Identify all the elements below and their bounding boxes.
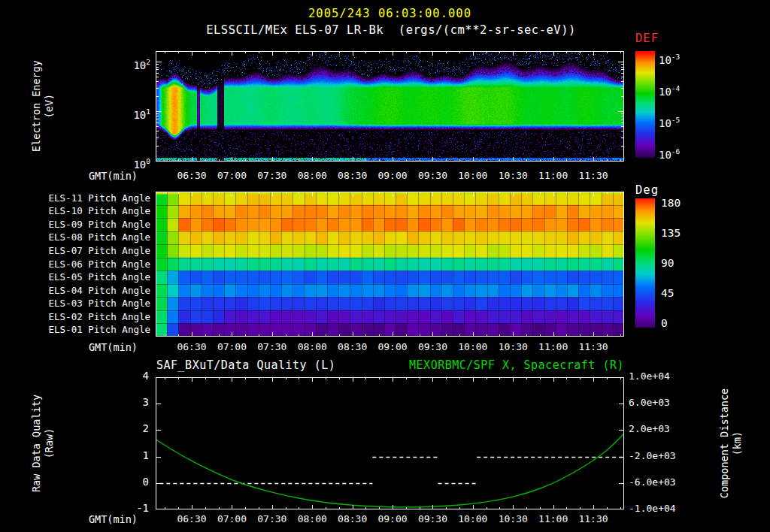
def-colorbar-title: DEF bbox=[635, 32, 659, 45]
x-tick-label: 10:00 bbox=[450, 170, 496, 181]
x-tick-label: 10:00 bbox=[450, 341, 496, 352]
def-tick-1e-3: 10-3 bbox=[659, 50, 698, 67]
def-colorbar bbox=[635, 51, 655, 158]
x-tick-label: 06:30 bbox=[169, 170, 214, 181]
component-distance-axis-label: Component Distance (km) bbox=[717, 361, 744, 526]
pitch-row-label: ELS-02 Pitch Angle bbox=[43, 311, 150, 322]
deg-colorbar-tick-label: 180 bbox=[661, 198, 691, 209]
pitch-row-label: ELS-07 Pitch Angle bbox=[43, 245, 150, 256]
gmt-axis-label-2: GMT(min) bbox=[64, 341, 138, 353]
spectrogram-page: 2005/243 06:03:00.000 ELSSCIL/MEx ELS-07… bbox=[0, 0, 770, 532]
distance-axis-tick-label: 1.0e+04 bbox=[629, 370, 686, 382]
x-tick-label: 06:30 bbox=[169, 341, 214, 352]
def-tick-1e-5: 10-5 bbox=[659, 113, 698, 130]
quality-series-title: SAF_BXuT/Data Quality (L) bbox=[156, 358, 335, 372]
electron-energy-axis-label: Electron Energy (eV) bbox=[29, 23, 56, 189]
plot-title: ELSSCIL/MEx ELS-07 LR-Bk (ergs/(cm**2-sr… bbox=[143, 23, 639, 37]
component-distance-axis-label-line2: (km) bbox=[731, 361, 744, 526]
quality-axis-tick-label: 3 bbox=[117, 397, 149, 408]
x-tick-label: 11:30 bbox=[571, 341, 616, 352]
x-tick-label: 09:00 bbox=[370, 513, 415, 524]
x-tick-label: 08:30 bbox=[330, 513, 375, 524]
pitch-row-label: ELS-10 Pitch Angle bbox=[43, 205, 150, 216]
x-tick-label: 10:30 bbox=[490, 341, 535, 352]
electron-energy-axis-label-line2: (eV) bbox=[43, 23, 56, 189]
x-tick-label: 07:30 bbox=[250, 341, 295, 352]
x-tick-label: 07:30 bbox=[250, 513, 295, 524]
gmt-axis-label-1: GMT(min) bbox=[64, 170, 138, 182]
x-tick-label: 11:00 bbox=[531, 341, 576, 352]
x-tick-label: 11:00 bbox=[531, 170, 576, 181]
x-tick-label: 08:30 bbox=[330, 341, 375, 352]
x-tick-label: 08:00 bbox=[290, 513, 335, 524]
raw-quality-axis-label: Raw Data Quality (Raw) bbox=[29, 361, 56, 526]
deg-colorbar-title: Deg bbox=[635, 183, 659, 197]
x-tick-label: 08:00 bbox=[290, 170, 335, 181]
gmt-axis-label-3: GMT(min) bbox=[64, 513, 138, 525]
deg-colorbar bbox=[635, 198, 655, 328]
energy-tick-1: 100 bbox=[111, 155, 150, 171]
pitch-angle-heatmap bbox=[156, 192, 624, 337]
x-tick-label: 07:30 bbox=[250, 170, 295, 181]
x-tick-label: 10:00 bbox=[450, 513, 496, 524]
x-tick-label: 09:30 bbox=[410, 341, 455, 352]
orbit-series-title: MEXORBMC/SPF X, Spacecraft (R) bbox=[323, 358, 624, 372]
component-distance-axis-label-line1: Component Distance bbox=[718, 361, 731, 526]
quality-axis-tick-label: 1 bbox=[117, 450, 149, 461]
energy-tick-10: 101 bbox=[111, 105, 150, 122]
timestamp-title: 2005/243 06:03:00.000 bbox=[156, 7, 624, 20]
x-tick-label: 06:30 bbox=[169, 513, 214, 524]
x-tick-label: 11:30 bbox=[571, 170, 616, 181]
deg-colorbar-tick-label: 45 bbox=[661, 288, 691, 299]
pitch-row-label: ELS-01 Pitch Angle bbox=[43, 324, 150, 335]
electron-energy-axis-label-line1: Electron Energy bbox=[30, 23, 43, 189]
x-tick-label: 11:00 bbox=[531, 513, 576, 524]
x-tick-label: 08:00 bbox=[290, 341, 335, 352]
deg-colorbar-tick-label: 90 bbox=[661, 258, 691, 269]
x-tick-label: 09:00 bbox=[370, 341, 415, 352]
quality-axis-tick-label: 2 bbox=[117, 423, 149, 434]
raw-quality-axis-label-line1: Raw Data Quality bbox=[30, 361, 43, 526]
quality-orbit-line-chart bbox=[156, 377, 624, 509]
distance-axis-tick-label: 6.0e+03 bbox=[629, 397, 686, 408]
quality-axis-tick-label: 4 bbox=[117, 370, 149, 382]
pitch-row-label: ELS-04 Pitch Angle bbox=[43, 285, 150, 296]
def-tick-1e-6: 10-6 bbox=[659, 145, 698, 162]
distance-axis-tick-label: -1.0e+04 bbox=[629, 503, 686, 514]
quality-axis-tick-label: 0 bbox=[117, 476, 149, 488]
x-tick-label: 07:00 bbox=[209, 513, 254, 524]
pitch-row-label: ELS-06 Pitch Angle bbox=[43, 258, 150, 270]
x-tick-label: 10:30 bbox=[490, 513, 535, 524]
distance-axis-tick-label: 2.0e+03 bbox=[629, 423, 686, 434]
x-tick-label: 09:00 bbox=[370, 170, 415, 181]
deg-colorbar-tick-label: 0 bbox=[661, 318, 691, 329]
x-tick-label: 11:30 bbox=[571, 513, 616, 524]
electron-energy-spectrogram bbox=[156, 51, 624, 162]
quality-axis-tick-label: -1 bbox=[117, 503, 149, 514]
pitch-row-label: ELS-05 Pitch Angle bbox=[43, 271, 150, 283]
x-tick-label: 10:30 bbox=[490, 170, 535, 181]
energy-tick-100: 102 bbox=[111, 56, 150, 72]
distance-axis-tick-label: -6.0e+03 bbox=[629, 476, 686, 488]
def-tick-1e-4: 10-4 bbox=[659, 82, 698, 98]
pitch-row-label: ELS-09 Pitch Angle bbox=[43, 219, 150, 230]
deg-colorbar-tick-label: 135 bbox=[661, 228, 691, 239]
x-tick-label: 07:00 bbox=[209, 341, 254, 352]
x-tick-label: 08:30 bbox=[330, 170, 375, 181]
x-tick-label: 07:00 bbox=[209, 170, 254, 181]
raw-quality-axis-label-line2: (Raw) bbox=[43, 361, 56, 526]
pitch-row-label: ELS-11 Pitch Angle bbox=[43, 192, 150, 204]
distance-axis-tick-label: -2.0e+03 bbox=[629, 450, 686, 461]
x-tick-label: 09:30 bbox=[410, 170, 455, 181]
pitch-row-label: ELS-03 Pitch Angle bbox=[43, 298, 150, 309]
x-tick-label: 09:30 bbox=[410, 513, 455, 524]
pitch-row-label: ELS-08 Pitch Angle bbox=[43, 231, 150, 243]
